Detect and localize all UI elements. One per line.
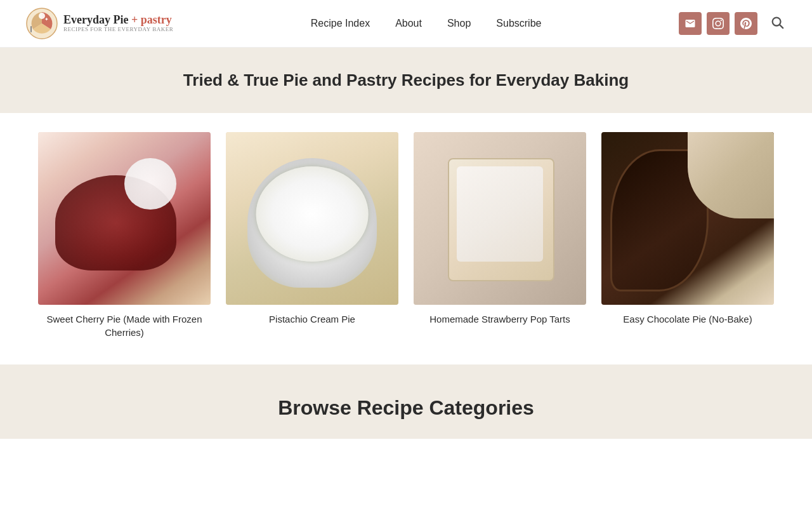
email-button[interactable] [679, 12, 702, 35]
poptart-image [414, 132, 586, 305]
nav-subscribe[interactable]: Subscribe [496, 18, 541, 29]
hero-tagline: Tried & True Pie and Pastry Recipes for … [13, 70, 799, 90]
recipes-grid: Sweet Cherry Pie (Made with Frozen Cherr… [38, 132, 774, 339]
instagram-button[interactable] [707, 12, 730, 35]
main-nav: Recipe Index About Shop Subscribe [311, 18, 542, 29]
site-header: ✦ Everyday Pie + pastry Recipes for the … [0, 0, 812, 48]
svg-rect-2 [30, 26, 32, 32]
nav-shop[interactable]: Shop [447, 18, 471, 29]
search-icon [770, 15, 784, 29]
logo[interactable]: ✦ Everyday Pie + pastry Recipes for the … [25, 7, 173, 40]
nav-about[interactable]: About [395, 18, 422, 29]
svg-text:✦: ✦ [44, 17, 49, 22]
header-actions [679, 12, 787, 35]
pinterest-button[interactable] [735, 12, 757, 35]
cherry-pie-image [38, 132, 211, 305]
chocolate-pie-image [601, 132, 774, 305]
browse-heading: Browse Recipe Categories [13, 396, 799, 420]
pinterest-icon [740, 18, 752, 29]
recipe-card-4[interactable]: Easy Chocolate Pie (No-Bake) [601, 132, 774, 339]
email-icon [684, 18, 696, 29]
recipe-title-3: Homemade Strawberry Pop Tarts [429, 312, 570, 326]
recipe-card-3[interactable]: Homemade Strawberry Pop Tarts [414, 132, 586, 339]
logo-subtitle: Recipes for the Everyday Baker [63, 27, 173, 33]
logo-icon: ✦ [25, 7, 58, 40]
recipe-card-1[interactable]: Sweet Cherry Pie (Made with Frozen Cherr… [38, 132, 211, 339]
pistachio-pie-image [226, 132, 398, 305]
nav-recipe-index[interactable]: Recipe Index [311, 18, 370, 29]
recipe-title-2: Pistachio Cream Pie [269, 312, 355, 326]
recipe-image-3 [414, 132, 586, 305]
svg-line-5 [780, 25, 783, 28]
hero-banner: Tried & True Pie and Pastry Recipes for … [0, 48, 812, 113]
recipe-image-4 [601, 132, 774, 305]
recipe-image-2 [226, 132, 398, 305]
instagram-icon [712, 18, 724, 29]
browse-section: Browse Recipe Categories [0, 364, 812, 439]
recipe-image-1 [38, 132, 211, 305]
logo-text: Everyday Pie + pastry Recipes for the Ev… [63, 14, 173, 33]
search-button[interactable] [768, 13, 787, 35]
recipe-title-1: Sweet Cherry Pie (Made with Frozen Cherr… [38, 312, 211, 339]
recipes-section: Sweet Cherry Pie (Made with Frozen Cherr… [0, 113, 812, 364]
logo-title: Everyday Pie + pastry [63, 14, 173, 27]
recipe-card-2[interactable]: Pistachio Cream Pie [226, 132, 398, 339]
recipe-title-4: Easy Chocolate Pie (No-Bake) [623, 312, 752, 326]
